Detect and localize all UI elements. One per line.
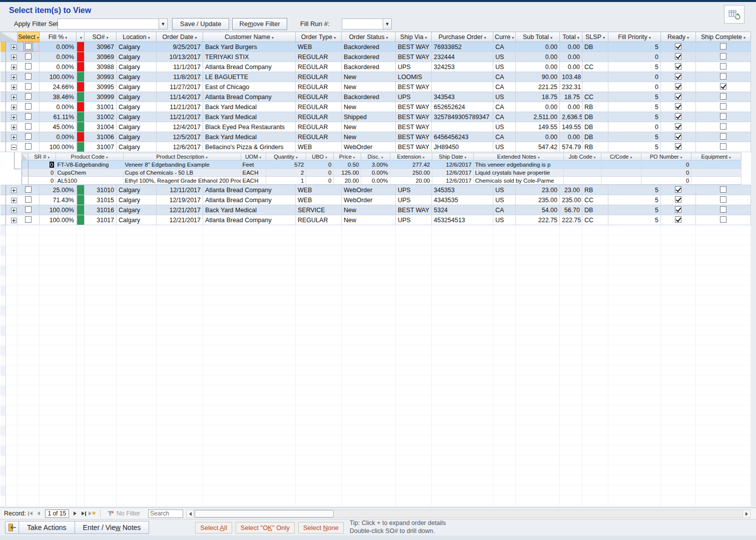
cell-total[interactable]: 23.00 (560, 185, 582, 195)
cell-purchase-order[interactable]: 5324 (432, 205, 493, 215)
cell-slsp[interactable]: DB (582, 205, 608, 215)
cell-currency[interactable]: US (493, 92, 516, 102)
cell-fill-priority[interactable]: 0 (608, 52, 661, 62)
cell-customer-name[interactable]: Atlanta Bread Company (203, 185, 296, 195)
subcell-ubo[interactable]: 0 (306, 177, 333, 185)
ready-checkbox[interactable] (675, 196, 681, 203)
expand-toggle-icon[interactable]: + (11, 105, 17, 110)
expand-toggle-icon[interactable]: + (11, 135, 17, 140)
cell-customer-name[interactable]: Atlanta Bread Company (203, 215, 296, 225)
subcol-header-product-code[interactable]: Product Code▾ (56, 153, 123, 161)
expand-cell[interactable]: + (6, 102, 18, 112)
cell-ship-via[interactable]: UPS (396, 185, 432, 195)
cell-order-date[interactable]: 12/11/2017 (157, 185, 203, 195)
record-position-box[interactable]: 1 of 15 (45, 509, 69, 518)
order-row[interactable]: + 0.00% 30969 Calgary 10/13/2017 TERIYAK… (1, 52, 751, 62)
select-checkbox[interactable] (25, 83, 32, 90)
cell-ship-via[interactable]: BEST WAY (396, 82, 432, 92)
cell-fill-priority[interactable]: 5 (608, 42, 661, 52)
select-all-button[interactable]: Select All (195, 522, 232, 533)
cell-ship-via[interactable]: LOOMIS (396, 72, 432, 82)
subcell-ship-date[interactable]: 12/6/2017 (432, 161, 473, 169)
dropdown-arrow-icon[interactable]: ▾ (630, 156, 632, 159)
cell-order-type[interactable]: REGULAR (296, 72, 342, 82)
cell-so[interactable]: 30967 (85, 42, 117, 52)
expand-cell[interactable]: + (6, 52, 18, 62)
select-checkbox[interactable] (25, 73, 32, 80)
cell-purchase-order[interactable]: 232444 (432, 52, 493, 62)
select-cell[interactable] (18, 112, 40, 122)
select-cell[interactable] (18, 92, 40, 102)
cell-total[interactable]: 56.70 (560, 205, 582, 215)
cell-currency[interactable]: US (493, 122, 516, 132)
cell-ship-complete[interactable] (696, 42, 751, 52)
select-cell[interactable] (18, 132, 40, 142)
cell-total[interactable]: 2,636.55 (560, 112, 582, 122)
cell-purchase-order[interactable]: 6456456243 (432, 132, 493, 142)
dropdown-arrow-icon[interactable]: ▾ (550, 36, 552, 40)
cell-so[interactable]: 30988 (85, 62, 117, 72)
cell-currency[interactable]: US (493, 52, 516, 62)
search-input[interactable] (148, 509, 183, 518)
cell-order-status[interactable]: WebOrder (342, 195, 396, 205)
ship-complete-checkbox[interactable] (720, 103, 726, 110)
cell-so[interactable]: 30999 (85, 92, 117, 102)
cell-order-type[interactable]: REGULAR (296, 215, 342, 225)
expand-toggle-icon[interactable]: + (11, 45, 17, 50)
cell-sub-total[interactable]: 0.00 (516, 62, 560, 72)
expand-toggle-icon[interactable]: + (11, 208, 17, 213)
cell-fill-pct[interactable]: 45.00% (40, 122, 77, 132)
col-header-sub-total[interactable]: Sub Total▾ (516, 32, 560, 42)
select-checkbox[interactable] (25, 43, 32, 50)
cell-fill-priority[interactable]: 5 (608, 215, 661, 225)
subcell-uom[interactable]: EACH (241, 169, 266, 177)
cell-purchase-order[interactable]: 453254513 (432, 215, 493, 225)
cell-location[interactable]: Calgary (117, 82, 157, 92)
ship-complete-checkbox[interactable] (720, 53, 726, 60)
cell-order-date[interactable]: 11/21/2017 (157, 112, 203, 122)
order-row[interactable]: + 71.43% 31015 Calgary 12/19/2017 Atlant… (1, 195, 751, 205)
cell-location[interactable]: Calgary (117, 205, 157, 215)
dropdown-arrow-icon[interactable]: ▾ (423, 156, 425, 159)
cell-total[interactable]: 149.55 (560, 122, 582, 132)
ready-checkbox[interactable] (675, 93, 681, 100)
first-record-button[interactable] (26, 509, 35, 517)
dropdown-arrow-icon[interactable]: ▾ (687, 36, 689, 40)
col-header-customer-name[interactable]: Customer Name▾ (203, 32, 296, 42)
ship-complete-checkbox[interactable] (720, 83, 726, 90)
ship-complete-checkbox[interactable] (720, 113, 726, 120)
order-item-row[interactable]: 0 FT-V8-Edgebanding Veneer 8" Edgebandin… (22, 161, 741, 169)
cell-currency[interactable]: CA (493, 205, 516, 215)
ready-checkbox[interactable] (675, 216, 681, 223)
record-selector[interactable] (1, 102, 6, 112)
cell-fill-pct[interactable]: 100.00% (40, 205, 77, 215)
cell-so[interactable]: 30993 (85, 72, 117, 82)
ready-checkbox[interactable] (675, 43, 681, 50)
dropdown-arrow-icon[interactable]: ▾ (296, 156, 298, 159)
cell-order-status[interactable]: New (342, 102, 396, 112)
cell-currency[interactable]: US (493, 185, 516, 195)
cell-order-status[interactable]: Backordered (342, 62, 396, 72)
cell-fill-pct[interactable]: 100.00% (40, 142, 77, 152)
cell-sub-total[interactable]: 2,511.00 (516, 112, 560, 122)
order-row[interactable]: + 100.00% 30993 Calgary 11/8/2017 LE BAG… (1, 72, 751, 82)
cell-customer-name[interactable]: Back Yard Medical (203, 112, 296, 122)
subcol-header-equipment[interactable]: Equipment▾ (691, 153, 741, 161)
expand-toggle-icon[interactable]: + (11, 115, 17, 120)
record-selector[interactable] (1, 215, 6, 225)
ship-complete-checkbox[interactable] (720, 216, 726, 223)
cell-so[interactable]: 31015 (85, 195, 117, 205)
subcell-disc[interactable]: 3.00% (361, 161, 390, 169)
cell-fill-priority[interactable]: 5 (608, 92, 661, 102)
select-cell[interactable] (18, 52, 40, 62)
select-checkbox[interactable] (25, 186, 32, 193)
cell-customer-name[interactable]: Atlanta Bread Company (203, 62, 296, 72)
cell-ship-via[interactable]: BEST WAY (396, 42, 432, 52)
cell-order-status[interactable]: New (342, 82, 396, 92)
cell-order-status[interactable]: WebOrder (342, 185, 396, 195)
cell-order-status[interactable]: New (342, 72, 396, 82)
cell-customer-name[interactable]: Back Yard Medical (203, 102, 296, 112)
cell-purchase-order[interactable]: 343543 (432, 92, 493, 102)
cell-customer-name[interactable]: LE BAGUETTE (203, 72, 296, 82)
cell-ready[interactable] (661, 132, 696, 142)
